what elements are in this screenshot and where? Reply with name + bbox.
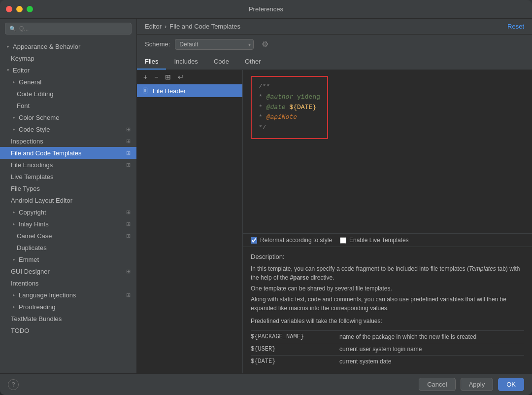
ok-button[interactable]: OK xyxy=(498,378,524,391)
sidebar-item-inlay-hints[interactable]: Inlay Hints ⊞ xyxy=(0,218,136,230)
titlebar: Preferences xyxy=(0,0,532,19)
var-name: ${USER} xyxy=(251,345,339,354)
copy-icon: ⊞ xyxy=(125,209,132,215)
template-item-label: File Header xyxy=(153,87,186,95)
sidebar-item-label: Appearance & Behavior xyxy=(13,43,80,50)
breadcrumb-parent: Editor xyxy=(145,23,162,30)
chevron-icon xyxy=(5,43,11,49)
chevron-icon xyxy=(11,292,17,298)
live-templates-checkbox[interactable] xyxy=(340,237,346,244)
description-title: Description: xyxy=(251,253,524,260)
description-para-3: Along with static text, code and comment… xyxy=(251,295,524,313)
chevron-icon xyxy=(11,221,17,227)
template-item-file-header[interactable]: File Header xyxy=(137,84,242,97)
breadcrumb-current: File and Code Templates xyxy=(169,23,240,30)
help-button[interactable]: ? xyxy=(8,379,19,390)
tab-includes[interactable]: Includes xyxy=(166,54,205,70)
tab-other[interactable]: Other xyxy=(237,54,269,70)
copy-icon: ⊞ xyxy=(125,268,132,275)
sidebar-item-gui-designer[interactable]: GUI Designer ⊞ xyxy=(0,265,136,277)
breadcrumb: Editor › File and Code Templates xyxy=(145,23,240,30)
chevron-icon xyxy=(11,304,17,310)
sidebar-item-label: Android Layout Editor xyxy=(11,197,72,204)
var-name: ${PACKAGE_NAME} xyxy=(251,332,339,341)
scheme-select[interactable]: Default Project xyxy=(175,39,254,50)
search-input[interactable] xyxy=(19,25,127,32)
sidebar-item-todo[interactable]: TODO xyxy=(0,324,136,336)
copy-icon: ⊞ xyxy=(125,220,132,227)
sidebar-item-general[interactable]: General xyxy=(0,76,136,88)
reset-button[interactable]: Reset xyxy=(507,23,524,30)
close-button[interactable] xyxy=(6,6,12,12)
sidebar-item-label: TextMate Bundles xyxy=(11,315,62,323)
sidebar-item-android-layout[interactable]: Android Layout Editor xyxy=(0,194,136,206)
var-desc: name of the package in which the new fil… xyxy=(339,332,476,341)
reformat-checkbox-label[interactable]: Reformat according to style xyxy=(251,237,332,244)
description-para-2: One template can be shared by several fi… xyxy=(251,284,524,293)
maximize-button[interactable] xyxy=(27,6,33,12)
sidebar-item-label: Copyright xyxy=(19,209,46,216)
sidebar-item-keymap[interactable]: Keymap xyxy=(0,52,136,64)
cancel-button[interactable]: Cancel xyxy=(419,378,455,391)
sidebar-item-inspections[interactable]: Inspections ⊞ xyxy=(0,135,136,147)
sidebar-item-label: Inspections xyxy=(11,138,43,145)
reformat-label: Reformat according to style xyxy=(260,237,332,244)
copy-icon: ⊞ xyxy=(125,161,132,168)
chevron-icon xyxy=(11,126,17,132)
scheme-label: Scheme: xyxy=(145,40,170,48)
window-controls xyxy=(6,6,33,12)
reformat-checkbox[interactable] xyxy=(251,237,257,244)
sidebar-item-code-editing[interactable]: Code Editing xyxy=(0,88,136,100)
template-list: File Header xyxy=(137,84,242,373)
sidebar-item-language-injections[interactable]: Language Injections ⊞ xyxy=(0,289,136,301)
svg-rect-0 xyxy=(143,88,147,93)
sidebar-item-label: Live Templates xyxy=(11,173,53,180)
bottom-bar: ? Cancel Apply OK xyxy=(0,373,532,395)
sidebar-item-emmet[interactable]: Emmet xyxy=(0,253,136,265)
sidebar-item-file-encodings[interactable]: File Encodings ⊞ xyxy=(0,159,136,171)
sidebar-item-camel-case[interactable]: Camel Case ⊞ xyxy=(0,230,136,242)
editor-panel: /** * @author yideng * @date ${DATE} * @… xyxy=(243,70,532,373)
sidebar-item-editor[interactable]: Editor xyxy=(0,64,136,76)
add-template-button[interactable]: + xyxy=(141,72,150,82)
sidebar-item-file-code-templates[interactable]: File and Code Templates ⊞ xyxy=(0,147,136,159)
file-icon xyxy=(142,87,150,95)
search-icon: 🔍 xyxy=(9,26,16,32)
sidebar-item-code-style[interactable]: Code Style ⊞ xyxy=(0,123,136,135)
live-templates-checkbox-label[interactable]: Enable Live Templates xyxy=(340,237,409,244)
search-box[interactable]: 🔍 xyxy=(5,23,132,35)
sidebar-item-copyright[interactable]: Copyright ⊞ xyxy=(0,206,136,218)
editor-bottom: Reformat according to style Enable Live … xyxy=(243,233,532,247)
remove-template-button[interactable]: − xyxy=(152,72,161,82)
sidebar-item-label: Editor xyxy=(13,67,30,74)
sidebar-item-label: General xyxy=(19,78,41,86)
apply-button[interactable]: Apply xyxy=(461,378,494,391)
code-editor[interactable]: /** * @author yideng * @date ${DATE} * @… xyxy=(243,70,532,233)
var-name: ${DATE} xyxy=(251,357,339,366)
minimize-button[interactable] xyxy=(16,6,23,12)
sidebar-item-font[interactable]: Font xyxy=(0,100,136,111)
sidebar-item-color-scheme[interactable]: Color Scheme xyxy=(0,111,136,123)
description-panel: Description: In this template, you can s… xyxy=(243,247,532,373)
live-templates-label: Enable Live Templates xyxy=(349,237,409,244)
sidebar-item-appearance[interactable]: Appearance & Behavior xyxy=(0,40,136,52)
sidebar-item-duplicates[interactable]: Duplicates xyxy=(0,242,136,253)
sidebar-item-textmate-bundles[interactable]: TextMate Bundles xyxy=(0,313,136,324)
copy-template-button[interactable]: ⊞ xyxy=(163,72,173,82)
sidebar-item-label: Emmet xyxy=(19,256,39,263)
description-para-1: In this template, you can specify a code… xyxy=(251,264,524,282)
sidebar-item-label: File and Code Templates xyxy=(11,149,82,157)
sidebar-item-label: GUI Designer xyxy=(11,268,50,275)
breadcrumb-separator: › xyxy=(165,23,166,30)
reset-template-button[interactable]: ↩ xyxy=(175,72,186,82)
sidebar-item-intentions[interactable]: Intentions xyxy=(0,277,136,289)
tab-code[interactable]: Code xyxy=(206,54,237,70)
gear-button[interactable]: ⚙ xyxy=(259,38,271,50)
sidebar-item-file-types[interactable]: File Types xyxy=(0,182,136,194)
tab-files[interactable]: Files xyxy=(137,54,166,70)
sidebar-item-label: Proofreading xyxy=(19,303,55,311)
content-area: 🔍 Appearance & Behavior Keymap Editor xyxy=(0,19,532,373)
sidebar-item-live-templates[interactable]: Live Templates xyxy=(0,171,136,182)
variables-table: ${PACKAGE_NAME} name of the package in w… xyxy=(251,330,524,367)
sidebar-item-proofreading[interactable]: Proofreading xyxy=(0,301,136,313)
